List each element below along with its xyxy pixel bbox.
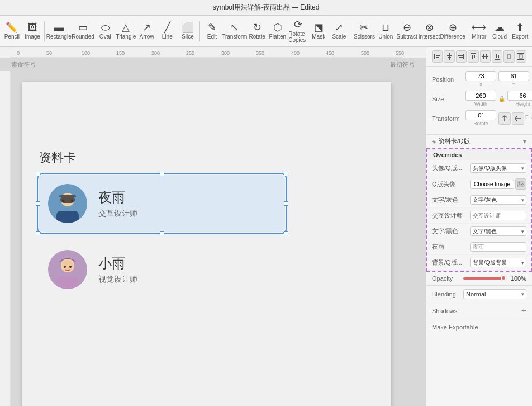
position-y-input[interactable] bbox=[498, 71, 529, 81]
override-label-0: 头像/Q版... bbox=[432, 164, 470, 172]
override-input-5[interactable] bbox=[470, 242, 526, 252]
handle-tc[interactable] bbox=[160, 172, 164, 176]
align-bottom-btn[interactable] bbox=[492, 50, 502, 63]
tool-rectangle[interactable]: ▬ Rectangle bbox=[47, 17, 70, 45]
choose-image-button[interactable]: Choose Image bbox=[470, 180, 514, 189]
align-right-btn[interactable] bbox=[456, 50, 467, 63]
tool-line[interactable]: ╱ Line bbox=[158, 17, 177, 45]
handle-tl[interactable] bbox=[36, 172, 40, 176]
align-center-h-btn[interactable] bbox=[444, 50, 454, 63]
align-left-btn[interactable] bbox=[432, 50, 443, 63]
svg-rect-16 bbox=[56, 211, 79, 223]
svg-point-20 bbox=[71, 200, 73, 202]
lock-icon[interactable]: 🔒 bbox=[498, 96, 505, 102]
tool-mirror[interactable]: ⟷ Mirror bbox=[469, 17, 489, 45]
override-select-2[interactable]: 文字/灰色 bbox=[470, 195, 526, 205]
tool-cloud[interactable]: ☁ Cloud bbox=[490, 17, 510, 45]
tool-difference[interactable]: ⊕ Difference bbox=[441, 17, 464, 45]
blending-select[interactable]: Normal Multiply Screen Overlay Darken Li… bbox=[463, 289, 526, 299]
tool-scale-label: Scale bbox=[332, 34, 346, 40]
tool-slice[interactable]: ⬜ Slice bbox=[178, 17, 198, 45]
override-row-1: Q版头像 Choose Image bbox=[428, 176, 531, 192]
tool-scale[interactable]: ⤢ Scale bbox=[330, 17, 349, 45]
svg-rect-49 bbox=[517, 53, 524, 54]
right-panel: Position X Y Size bbox=[426, 47, 532, 406]
toolbar-separator bbox=[44, 21, 45, 41]
tool-scissors[interactable]: ✂ Scissors bbox=[354, 17, 375, 45]
avatar-svg-2 bbox=[48, 250, 87, 289]
tool-rotate-copies[interactable]: ⟳ Rotate Copies bbox=[288, 17, 308, 45]
tool-intersect[interactable]: ⊗ Intersect bbox=[419, 17, 440, 45]
tool-rotate[interactable]: ↻ Rotate bbox=[248, 17, 267, 45]
tool-arrow[interactable]: ↗ Arrow bbox=[137, 17, 156, 45]
tool-union[interactable]: ⊔ Union bbox=[376, 17, 396, 45]
profile-name-1: 夜雨 bbox=[98, 188, 137, 206]
tool-pencil[interactable]: ✏️ Pencil bbox=[2, 17, 22, 45]
tool-rounded[interactable]: ▭ Rounded bbox=[72, 17, 94, 45]
override-input-3[interactable] bbox=[470, 211, 526, 220]
tool-oval[interactable]: ⬭ Oval bbox=[96, 17, 115, 45]
profile-card-1[interactable]: 夜雨 交互设计师 bbox=[39, 175, 285, 232]
distribute-h-btn[interactable] bbox=[504, 50, 514, 63]
override-select-6[interactable]: 背景/Q版背景 bbox=[470, 258, 526, 267]
position-x-input[interactable] bbox=[466, 71, 496, 81]
svg-rect-39 bbox=[474, 55, 475, 58]
flip-h-btn[interactable] bbox=[498, 112, 511, 125]
tool-flatten[interactable]: ⬡ Flatten bbox=[268, 17, 288, 45]
svg-rect-38 bbox=[472, 55, 473, 59]
override-label-1: Q版头像 bbox=[432, 180, 470, 188]
tool-export[interactable]: ⬆ Export bbox=[510, 17, 530, 45]
tool-edit[interactable]: ✎ Edit bbox=[202, 17, 222, 45]
canvas-viewport[interactable]: 资料卡 bbox=[11, 71, 426, 406]
svg-text:0: 0 bbox=[17, 50, 20, 56]
tool-flatten-label: Flatten bbox=[269, 34, 287, 40]
tool-triangle[interactable]: △ Triangle bbox=[116, 17, 136, 45]
shadows-label: Shadows bbox=[432, 308, 457, 314]
rotate-input[interactable] bbox=[466, 110, 496, 120]
size-width-input[interactable] bbox=[466, 91, 496, 101]
position-y-group: Y bbox=[498, 71, 529, 87]
edit-icon: ✎ bbox=[208, 22, 216, 32]
tool-intersect-label: Intersect bbox=[419, 34, 440, 40]
rotate-label: Rotate bbox=[473, 121, 488, 126]
canvas-body: 资料卡 bbox=[0, 71, 426, 406]
override-select-0[interactable]: 头像/Q版头像 bbox=[470, 163, 526, 173]
slice-icon: ⬜ bbox=[182, 22, 194, 32]
svg-rect-28 bbox=[434, 54, 435, 59]
position-x-label: X bbox=[479, 82, 482, 87]
profile-title-1: 交互设计师 bbox=[98, 209, 137, 219]
tool-scissors-label: Scissors bbox=[354, 34, 375, 40]
handle-bc[interactable] bbox=[160, 231, 164, 235]
handle-mr[interactable] bbox=[284, 201, 288, 206]
size-height-input[interactable] bbox=[507, 91, 532, 101]
override-img-btn[interactable] bbox=[515, 178, 526, 190]
handle-tr[interactable] bbox=[284, 172, 288, 176]
svg-text:100: 100 bbox=[82, 50, 90, 56]
override-select-4[interactable]: 文字/黑色 bbox=[470, 226, 526, 236]
handle-bl[interactable] bbox=[36, 231, 40, 235]
handle-br[interactable] bbox=[284, 231, 288, 235]
union-icon: ⊔ bbox=[382, 22, 390, 32]
tool-rotate-label: Rotate bbox=[249, 34, 265, 40]
size-row: Size Width 🔒 Height bbox=[432, 91, 526, 107]
tool-subtract[interactable]: ⊖ Subtract bbox=[397, 17, 417, 45]
align-center-v-btn[interactable] bbox=[480, 50, 491, 63]
tool-mask[interactable]: ⬔ Mask bbox=[309, 17, 329, 45]
svg-text:150: 150 bbox=[116, 50, 125, 56]
image-preview-icon bbox=[517, 180, 525, 188]
tool-transform[interactable]: ⤡ Transform bbox=[223, 17, 246, 45]
override-row-2: 文字/灰色 文字/灰色 bbox=[428, 192, 531, 208]
align-top-btn[interactable] bbox=[468, 50, 478, 63]
opacity-slider-track[interactable] bbox=[463, 277, 504, 280]
tool-image[interactable]: 🖼 Image bbox=[23, 17, 42, 45]
opacity-slider-thumb[interactable] bbox=[501, 275, 506, 281]
svg-rect-29 bbox=[436, 55, 440, 56]
handle-ml[interactable] bbox=[36, 201, 40, 206]
flatten-icon: ⬡ bbox=[273, 22, 282, 32]
profile-card-2[interactable]: 小雨 视觉设计师 bbox=[39, 241, 285, 298]
svg-rect-40 bbox=[482, 56, 488, 57]
shadows-add-button[interactable]: + bbox=[521, 306, 526, 315]
symbol-path[interactable]: ◈ 资料卡/Q版 ▾ bbox=[426, 135, 532, 148]
distribute-v-btn[interactable] bbox=[516, 50, 526, 63]
flip-v-btn[interactable] bbox=[512, 112, 524, 125]
